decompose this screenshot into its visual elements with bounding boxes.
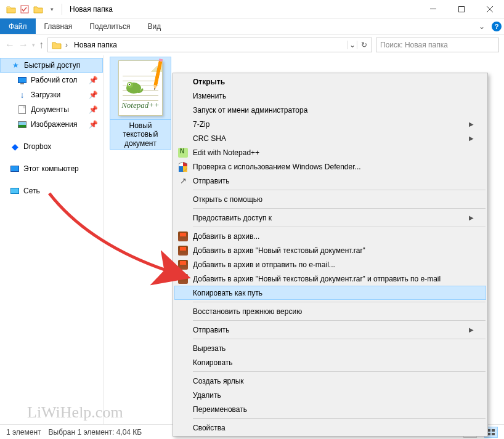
pictures-icon xyxy=(17,119,27,129)
ctx-open[interactable]: Открыть xyxy=(174,75,486,89)
chevron-right-icon: ▶ xyxy=(469,326,474,333)
svg-rect-1 xyxy=(430,9,436,9)
ctx-copy[interactable]: Копировать xyxy=(174,355,486,369)
star-icon: ★ xyxy=(10,60,20,70)
ctx-edit[interactable]: Изменить xyxy=(174,89,486,103)
tab-share[interactable]: Поделиться xyxy=(81,18,139,34)
sidebar-this-pc[interactable]: Этот компьютер xyxy=(0,161,103,176)
separator xyxy=(193,208,486,209)
chevron-right-icon[interactable]: › xyxy=(63,41,70,49)
downloads-icon: ↓ xyxy=(17,90,27,100)
sidebar-documents[interactable]: Документы 📌 xyxy=(0,102,103,117)
pin-icon: 📌 xyxy=(89,91,98,99)
separator xyxy=(193,320,486,321)
ctx-properties[interactable]: Свойства xyxy=(174,421,486,435)
context-menu: Открыть Изменить Запуск от имени админис… xyxy=(173,73,488,437)
maximize-button[interactable] xyxy=(447,0,476,18)
file-item[interactable]: Notepad++ Новый текстовый документ xyxy=(110,57,171,150)
separator xyxy=(193,302,486,302)
ctx-delete[interactable]: Удалить xyxy=(174,388,486,402)
ctx-defender[interactable]: Проверка с использованием Windows Defend… xyxy=(174,159,486,174)
ctx-cut[interactable]: Вырезать xyxy=(174,341,486,355)
ctx-restore-previous[interactable]: Восстановить прежнюю версию xyxy=(174,304,486,318)
folder-icon xyxy=(51,39,63,51)
ctx-send[interactable]: ↗ Отправить xyxy=(174,174,486,188)
up-button[interactable]: ↑ xyxy=(39,39,44,50)
separator xyxy=(193,190,486,190)
ctx-add-archive-rar[interactable]: Добавить в архив "Новый текстовый докуме… xyxy=(174,243,486,257)
help-button[interactable]: ? xyxy=(489,18,504,34)
watermark: LiWiHelp.com xyxy=(27,403,123,422)
ctx-7zip[interactable]: 7-Zip▶ xyxy=(174,117,486,131)
shield-icon xyxy=(177,161,189,172)
ctx-open-with[interactable]: Открыть с помощью xyxy=(174,192,486,206)
svg-rect-17 xyxy=(492,429,495,432)
documents-icon xyxy=(17,105,27,115)
file-label: Новый текстовый документ xyxy=(110,119,171,150)
ctx-create-shortcut[interactable]: Создать ярлык xyxy=(174,374,486,388)
ctx-add-rar-email[interactable]: Добавить в архив "Новый текстовый докуме… xyxy=(174,272,486,286)
separator xyxy=(193,418,486,419)
sidebar-pictures[interactable]: Изображения 📌 xyxy=(0,117,103,132)
sidebar-label: Изображения xyxy=(31,120,77,129)
ctx-send-to[interactable]: Отправить▶ xyxy=(174,323,486,337)
sidebar-downloads[interactable]: ↓ Загрузки 📌 xyxy=(0,87,103,102)
sidebar-label: Загрузки xyxy=(31,91,60,99)
svg-rect-19 xyxy=(492,433,495,435)
window-title: Новая папка xyxy=(70,5,113,14)
sidebar-label: Рабочий стол xyxy=(31,76,77,84)
winrar-icon xyxy=(177,273,189,284)
separator xyxy=(193,227,486,227)
desktop-icon xyxy=(17,75,27,85)
tab-file[interactable]: Файл xyxy=(0,18,36,34)
folder-icon xyxy=(5,3,17,15)
separator xyxy=(193,371,486,372)
winrar-icon xyxy=(177,259,189,270)
sidebar-network[interactable]: Сеть xyxy=(0,183,103,198)
chevron-right-icon: ▶ xyxy=(469,135,474,142)
sidebar-quick-access[interactable]: ★ Быстрый доступ xyxy=(0,58,103,73)
share-icon: ↗ xyxy=(177,175,189,187)
sidebar-label: Быстрый доступ xyxy=(24,61,80,70)
network-icon xyxy=(10,186,20,196)
sidebar-dropbox[interactable]: ◆ Dropbox xyxy=(0,139,103,154)
status-selection: Выбран 1 элемент: 4,04 КБ xyxy=(49,428,142,437)
winrar-icon xyxy=(177,231,189,242)
sidebar-desktop[interactable]: Рабочий стол 📌 xyxy=(0,73,103,87)
pin-icon: 📌 xyxy=(89,105,98,114)
separator xyxy=(62,4,62,15)
ctx-add-archive[interactable]: Добавить в архив... xyxy=(174,229,486,243)
winrar-icon xyxy=(177,245,189,256)
ctx-copy-as-path[interactable]: Копировать как путь xyxy=(174,286,486,300)
close-button[interactable] xyxy=(476,0,504,18)
pin-icon: 📌 xyxy=(89,120,98,129)
minimize-button[interactable] xyxy=(419,0,447,18)
recent-dropdown[interactable]: ▾ xyxy=(32,42,35,48)
breadcrumb-segment[interactable]: Новая папка xyxy=(70,41,121,49)
refresh-button[interactable]: ↻ xyxy=(357,41,370,49)
chevron-right-icon: ▶ xyxy=(469,121,474,127)
ribbon-tabs: Файл Главная Поделиться Вид ⌄ ? xyxy=(0,18,504,34)
folder-icon-2 xyxy=(32,3,44,15)
ctx-rename[interactable]: Переименовать xyxy=(174,402,486,416)
qat-properties-icon[interactable] xyxy=(18,3,31,15)
ctx-crc-sha[interactable]: CRC SHA▶ xyxy=(174,131,486,145)
ctx-add-email[interactable]: Добавить в архив и отправить по e-mail..… xyxy=(174,257,486,272)
tab-home[interactable]: Главная xyxy=(36,18,81,34)
ctx-run-as-admin[interactable]: Запуск от имени администратора xyxy=(174,103,486,117)
ctx-edit-notepadpp[interactable]: Edit with Notepad++ xyxy=(174,145,486,159)
search-input[interactable]: Поиск: Новая папка xyxy=(376,38,499,52)
address-dropdown[interactable]: ⌄ xyxy=(347,41,357,49)
forward-button[interactable]: → xyxy=(18,39,28,50)
sidebar-label: Dropbox xyxy=(23,142,51,151)
ctx-give-access[interactable]: Предоставить доступ к▶ xyxy=(174,211,486,225)
tab-view[interactable]: Вид xyxy=(139,18,169,34)
expand-ribbon-button[interactable]: ⌄ xyxy=(474,18,489,34)
chevron-right-icon: ▶ xyxy=(469,214,474,221)
qat-dropdown-icon[interactable]: ▾ xyxy=(46,3,58,15)
search-placeholder: Поиск: Новая папка xyxy=(380,41,448,49)
back-button[interactable]: ← xyxy=(5,39,15,50)
status-item-count: 1 элемент xyxy=(6,428,41,437)
address-bar[interactable]: › Новая папка ⌄ ↻ xyxy=(47,38,372,52)
navigation-sidebar: ★ Быстрый доступ Рабочий стол 📌 ↓ Загруз… xyxy=(0,55,104,424)
